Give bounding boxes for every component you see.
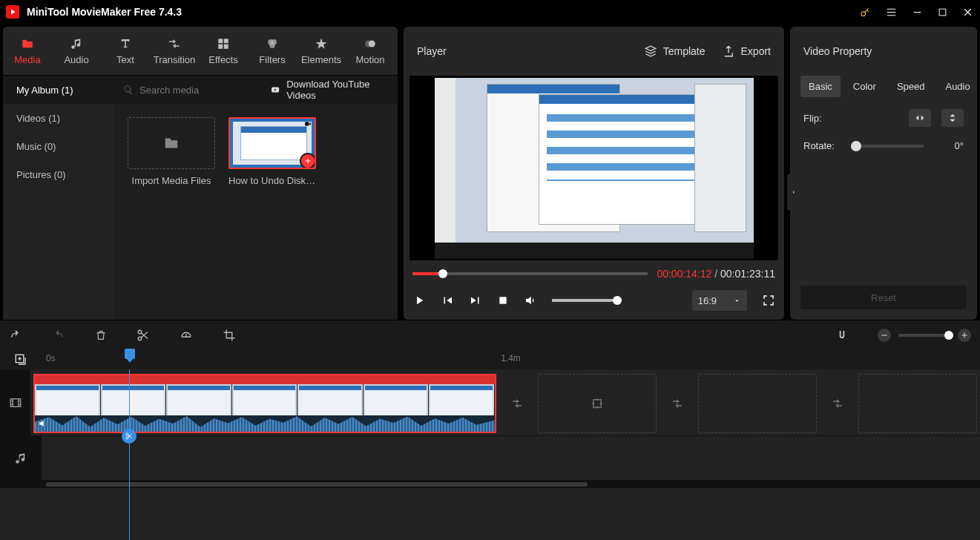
svg-point-6 (365, 40, 372, 47)
aspect-ratio-select[interactable]: 16:9 (692, 290, 747, 311)
timeline-clip[interactable] (33, 374, 496, 433)
play-button[interactable] (412, 294, 426, 307)
flip-label: Flip: (803, 113, 841, 124)
audio-track (0, 436, 980, 481)
delete-button[interactable] (95, 329, 107, 342)
crop-button[interactable] (223, 329, 236, 342)
split-button[interactable] (137, 329, 150, 342)
svg-point-0 (861, 11, 866, 16)
app-title: MiniTool MovieMaker Free 7.4.3 (27, 6, 859, 18)
svg-point-4 (269, 42, 275, 48)
rotate-value: 0° (934, 140, 964, 151)
split-handle-icon[interactable] (122, 429, 137, 444)
fullscreen-button[interactable] (762, 294, 775, 307)
svg-rect-1 (939, 9, 946, 16)
empty-slot[interactable] (698, 374, 817, 433)
volume-slider[interactable] (552, 299, 619, 302)
media-search-bar: Download YouTube Videos (114, 76, 398, 104)
next-frame-button[interactable] (469, 294, 482, 307)
speed-button[interactable] (180, 329, 193, 342)
timeline: 0s 1.4m (0, 320, 980, 540)
tab-audio[interactable]: Audio (52, 27, 101, 75)
redo-button[interactable] (52, 329, 65, 341)
zoom-slider[interactable] (898, 334, 950, 337)
svg-rect-15 (10, 398, 21, 406)
rotate-label: Rotate: (803, 140, 841, 151)
zoom-out-button[interactable] (878, 329, 891, 342)
media-clip-tile[interactable]: How to Undo Diskp... (228, 117, 316, 186)
video-icon (303, 120, 313, 128)
close-icon[interactable] (961, 6, 974, 19)
add-clip-button[interactable] (300, 153, 316, 169)
props-tab-basic[interactable]: Basic (800, 76, 841, 97)
rotate-slider[interactable] (851, 145, 924, 148)
download-youtube-button[interactable]: Download YouTube Videos (270, 79, 389, 101)
svg-rect-16 (593, 400, 602, 408)
timeline-toolbar (0, 320, 980, 350)
album-music[interactable]: Music (0) (3, 132, 114, 160)
svg-point-9 (138, 330, 142, 334)
export-button[interactable]: Export (722, 45, 771, 58)
transition-slot[interactable] (821, 374, 854, 433)
svg-rect-11 (882, 335, 887, 336)
props-tab-speed[interactable]: Speed (889, 76, 933, 97)
key-icon[interactable] (859, 6, 872, 19)
template-button[interactable]: Template (644, 45, 706, 58)
prev-frame-button[interactable] (441, 294, 454, 307)
clip-volume-icon[interactable] (38, 418, 48, 429)
tab-elements[interactable]: Elements (297, 27, 346, 75)
flip-horizontal-button[interactable] (909, 109, 931, 127)
stop-button[interactable] (497, 294, 509, 306)
playhead[interactable] (125, 349, 135, 359)
props-tab-color[interactable]: Color (845, 76, 884, 97)
empty-slot[interactable] (538, 374, 657, 433)
album-sidebar: My Album (1) Videos (1) Music (0) Pictur… (3, 76, 114, 320)
tab-text[interactable]: Text (101, 27, 150, 75)
album-my-album[interactable]: My Album (1) (3, 76, 114, 104)
album-videos[interactable]: Videos (1) (3, 104, 114, 132)
timecode: 00:00:14:12 / 00:01:23:11 (657, 268, 775, 280)
maximize-icon[interactable] (937, 7, 948, 18)
props-title: Video Property (803, 45, 872, 57)
zoom-in-button[interactable] (958, 329, 971, 342)
tab-filters[interactable]: Filters (248, 27, 297, 75)
menu-icon[interactable] (885, 6, 898, 19)
timeline-ruler[interactable]: 0s 1.4m (0, 350, 980, 369)
playhead-line[interactable] (129, 369, 130, 540)
video-preview[interactable] (410, 76, 778, 260)
import-media-tile[interactable]: Import Media Files (128, 117, 215, 186)
search-icon (123, 85, 134, 95)
props-tab-audio[interactable]: Audio (937, 76, 978, 97)
album-pictures[interactable]: Pictures (0) (3, 160, 114, 188)
player-panel: Player Template Export 00:00:14:12 / 00:… (404, 27, 784, 320)
template-icon (644, 45, 657, 58)
transition-slot[interactable] (501, 374, 533, 433)
empty-slot[interactable] (858, 374, 977, 433)
add-track-button[interactable] (14, 353, 27, 366)
app-logo (6, 5, 19, 19)
reset-button[interactable]: Reset (800, 286, 967, 309)
scrub-bar[interactable] (412, 272, 648, 275)
volume-button[interactable] (524, 294, 537, 307)
properties-panel: Video Property Basic Color Speed Audio F… (790, 27, 977, 320)
video-track (0, 369, 980, 436)
transition-slot[interactable] (661, 374, 694, 433)
minimize-icon[interactable] (911, 6, 924, 19)
audio-track-icon (14, 452, 27, 465)
search-input[interactable] (139, 85, 264, 96)
youtube-icon (270, 85, 280, 94)
undo-button[interactable] (9, 329, 22, 341)
export-icon (722, 45, 735, 58)
tab-transition[interactable]: Transition (150, 27, 199, 75)
media-panel: Media Audio Text Transition Effects Filt… (3, 27, 398, 320)
titlebar: MiniTool MovieMaker Free 7.4.3 (0, 0, 980, 24)
player-title: Player (417, 45, 447, 57)
tab-motion[interactable]: Motion (346, 27, 395, 75)
tab-media[interactable]: Media (3, 27, 52, 75)
tab-effects[interactable]: Effects (199, 27, 248, 75)
flip-vertical-button[interactable] (941, 109, 964, 127)
snap-button[interactable] (836, 329, 848, 342)
expand-props-button[interactable] (787, 174, 800, 211)
video-track-icon (8, 396, 23, 409)
timeline-scrollbar[interactable] (0, 481, 980, 488)
